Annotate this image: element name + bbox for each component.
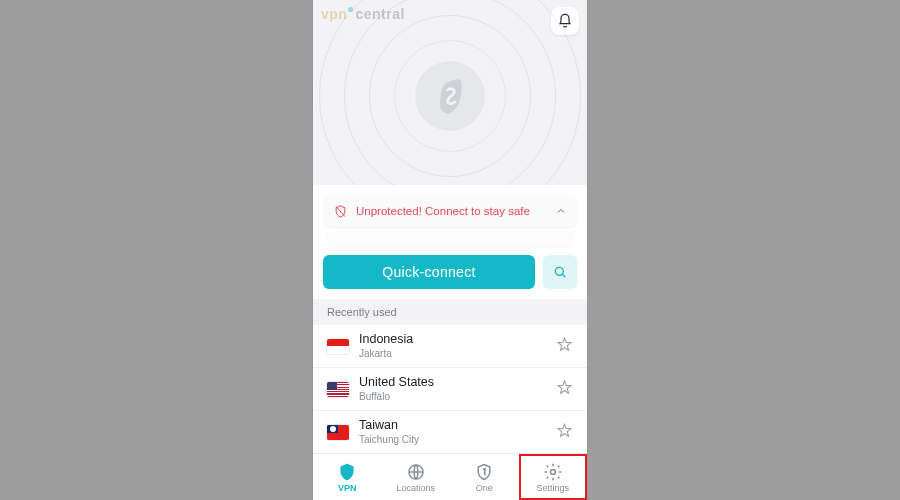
flag-icon — [327, 425, 349, 440]
status-banner[interactable]: Unprotected! Connect to stay safe — [323, 195, 577, 227]
globe-icon — [406, 462, 426, 482]
star-icon — [556, 379, 573, 396]
location-row[interactable]: Taiwan Taichung City — [313, 411, 587, 453]
tab-label: One — [476, 483, 493, 493]
recent-list: Indonesia Jakarta United States Buffalo — [313, 325, 587, 453]
tab-bar: VPN Locations One Settings — [313, 453, 587, 500]
tab-label: Locations — [396, 483, 435, 493]
favorite-button[interactable] — [556, 379, 573, 400]
recent-header: Recently used — [313, 299, 587, 325]
location-city: Buffalo — [359, 391, 556, 402]
svg-marker-3 — [558, 338, 571, 350]
star-icon — [556, 336, 573, 353]
svg-line-2 — [562, 274, 565, 277]
card-placeholder — [327, 233, 573, 247]
flag-icon — [327, 382, 349, 397]
app-logo — [415, 61, 485, 131]
location-country: United States — [359, 376, 556, 390]
location-country: Taiwan — [359, 419, 556, 433]
surfshark-icon — [433, 76, 467, 116]
shield-icon — [337, 462, 357, 482]
quick-connect-row: Quick-connect — [323, 255, 577, 289]
tab-settings[interactable]: Settings — [519, 454, 588, 500]
chevron-up-icon — [555, 205, 567, 217]
hero-section: vpncentral — [313, 0, 587, 185]
star-icon — [556, 422, 573, 439]
favorite-button[interactable] — [556, 422, 573, 443]
svg-point-7 — [550, 469, 555, 474]
favorite-button[interactable] — [556, 336, 573, 357]
tab-locations[interactable]: Locations — [382, 454, 451, 500]
tab-vpn[interactable]: VPN — [313, 454, 382, 500]
content-area: Unprotected! Connect to stay safe Quick-… — [313, 185, 587, 500]
location-row[interactable]: United States Buffalo — [313, 368, 587, 411]
quick-connect-button[interactable]: Quick-connect — [323, 255, 535, 289]
flag-icon — [327, 339, 349, 354]
tab-one[interactable]: One — [450, 454, 519, 500]
svg-marker-5 — [558, 424, 571, 436]
location-city: Taichung City — [359, 434, 556, 445]
gear-icon — [543, 462, 563, 482]
tab-label: Settings — [536, 483, 569, 493]
tab-label: VPN — [338, 483, 357, 493]
app-window: vpncentral Unprotected! Connect to stay … — [313, 0, 587, 500]
location-country: Indonesia — [359, 333, 556, 347]
shield-off-icon — [333, 204, 348, 219]
search-button[interactable] — [543, 255, 577, 289]
one-shield-icon — [474, 462, 494, 482]
location-city: Jakarta — [359, 348, 556, 359]
search-icon — [552, 264, 568, 280]
svg-marker-4 — [558, 381, 571, 393]
svg-point-1 — [555, 267, 563, 275]
status-text: Unprotected! Connect to stay safe — [356, 205, 555, 217]
location-row[interactable]: Indonesia Jakarta — [313, 325, 587, 368]
